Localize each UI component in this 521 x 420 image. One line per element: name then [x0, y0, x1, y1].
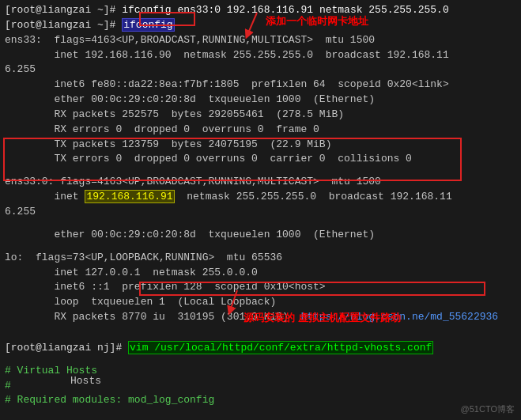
terminal-line: TX packets 123759 bytes 24075195 (22.9 M… [5, 138, 516, 153]
prompt: [root@liangzai nj]# [5, 342, 128, 354]
terminal-line: TX errors 0 dropped 0 overruns 0 carrier… [5, 152, 516, 167]
hosts-label: Hosts [70, 375, 101, 387]
prompt: [root@liangzai ~]# [5, 19, 122, 31]
terminal-line: inet6 fe80::da22:8ea:f7bf:1805 prefixlen… [5, 78, 516, 93]
terminal-line: ether 00:0c:29:c0:20:8d txqueuelen 1000 … [5, 228, 516, 243]
terminal-line: [root@liangzai ~]# ifconfig [5, 18, 516, 33]
terminal: [root@liangzai ~]# ifconfig ens33:0 192.… [0, 0, 521, 420]
highlight-vim-cmd: vim /usr/local/httpd/conf/extra/httpd-vh… [128, 341, 433, 354]
terminal-line: RX packets 8770 iu 310195 (301.0 KiB) ht… [5, 310, 516, 325]
terminal-line: RX errors 0 dropped 0 overruns 0 frame 0 [5, 123, 516, 138]
highlight-cmd: ifconfig [122, 18, 174, 32]
terminal-line: loop txqueuelen 1 (Local Loopback) [5, 295, 516, 310]
terminal-line: # Required modules: mod_log_config [5, 393, 516, 408]
terminal-line: lo: flags=73<UP,LOOPBACK,RUNNING> mtu 65… [5, 251, 516, 266]
link-text[interactable]: https://blog.csdn.ne/md_55622936 [300, 311, 498, 323]
watermark: @51CTO博客 [461, 403, 515, 415]
cmd-text: ifconfig ens33:0 192.168.116.91 netmask … [122, 4, 448, 16]
terminal-line: ens33: flags=4163<UP,BROADCAST,RUNNING,M… [5, 33, 516, 48]
prompt: [root@liangzai ~]# [5, 4, 122, 16]
terminal-line: [root@liangzai nj]# vim /usr/local/httpd… [5, 341, 516, 356]
terminal-line: 6.255 [5, 62, 516, 78]
terminal-line: inet 192.168.116.91 netmask 255.255.255.… [5, 190, 516, 205]
terminal-line: [root@liangzai ~]# ifconfig ens33:0 192.… [5, 3, 516, 18]
terminal-line: 6.255 [5, 205, 516, 220]
terminal-line: inet 192.168.116.90 netmask 255.255.255.… [5, 48, 516, 63]
terminal-line: inet6 ::1 prefixlen 128 scopeid 0x10<hos… [5, 280, 516, 295]
terminal-line: RX packets 252575 bytes 292055461 (278.5… [5, 108, 516, 123]
highlight-ip: 192.168.116.91 [85, 190, 174, 203]
terminal-line: inet 127.0.0.1 netmask 255.0.0.0 [5, 266, 516, 281]
terminal-line: ens33:0: flags=4163<UP,BROADCAST,RUNNING… [5, 175, 516, 190]
terminal-line: ether 00:0c:29:c0:20:8d txqueuelen 1000 … [5, 93, 516, 108]
